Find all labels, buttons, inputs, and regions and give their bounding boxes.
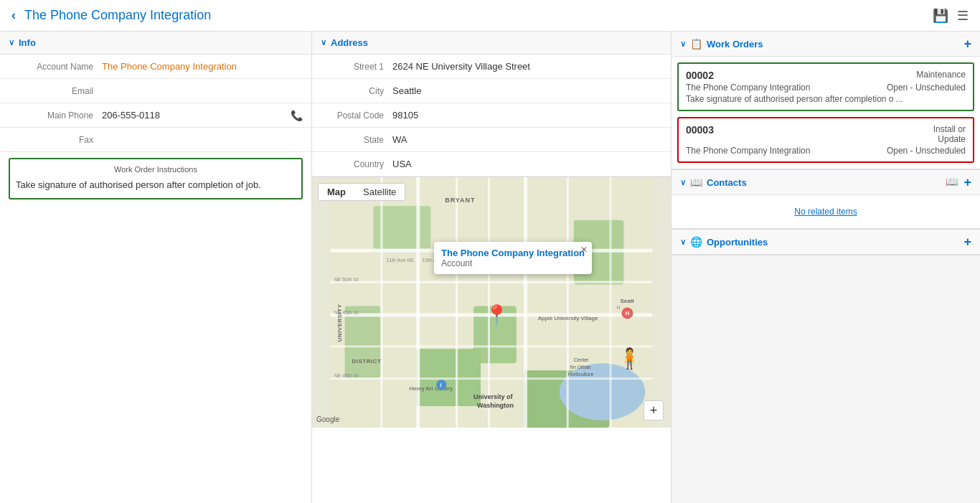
- map-zoom-in-button[interactable]: +: [644, 400, 664, 420]
- work-orders-add-button[interactable]: +: [963, 37, 971, 50]
- map-pin: 📍: [484, 304, 509, 327]
- address-chevron[interactable]: ∨: [321, 38, 326, 47]
- postal-code-label: Postal Code: [321, 111, 392, 121]
- google-logo: Google: [316, 415, 339, 423]
- map-tabs: Map Satellite: [318, 183, 405, 201]
- opportunities-chevron[interactable]: ∨: [680, 238, 686, 247]
- map-container: BRYANT UNIVERSITY DISTRICT 11th Ave NE 1…: [312, 177, 671, 428]
- contacts-section-header: ∨ 📖 Contacts 📖 +: [672, 170, 980, 195]
- menu-icon[interactable]: ☰: [957, 8, 969, 24]
- map-person-icon: 🧍: [617, 347, 642, 370]
- country-row: Country USA: [312, 152, 671, 177]
- account-name-label: Account Name: [9, 62, 102, 72]
- left-panel: ∨ Info Account Name The Phone Company In…: [0, 32, 312, 503]
- right-panel: ∨ 📋 Work Orders + 00002 Maintenance The …: [672, 32, 980, 503]
- map-background: BRYANT UNIVERSITY DISTRICT 11th Ave NE 1…: [312, 177, 671, 428]
- street1-label: Street 1: [321, 62, 392, 72]
- opportunities-actions: +: [963, 235, 971, 248]
- wo1-status: Open - Unscheduled: [887, 83, 966, 93]
- svg-rect-18: [567, 177, 569, 428]
- wo1-type: Maintenance: [916, 70, 966, 80]
- map-popup-title: The Phone Company Integration: [441, 248, 585, 258]
- wo1-row: The Phone Company Integration Open - Uns…: [686, 83, 966, 93]
- svg-rect-13: [380, 177, 382, 428]
- svg-text:11th Ave NE: 11th Ave NE: [386, 258, 414, 263]
- wo2-row: The Phone Company Integration Open - Uns…: [686, 146, 966, 156]
- back-button[interactable]: ‹: [11, 8, 16, 23]
- opportunities-section-header: ∨ 🌐 Opportunities +: [672, 230, 980, 255]
- info-section-label: Info: [19, 37, 36, 48]
- contacts-no-items[interactable]: No related items: [672, 195, 980, 228]
- svg-rect-16: [488, 177, 490, 428]
- contacts-add-button[interactable]: +: [963, 176, 971, 189]
- contacts-section: ∨ 📖 Contacts 📖 + No related items: [672, 170, 980, 229]
- map-popup: ✕ The Phone Company Integration Account: [434, 242, 592, 274]
- postal-code-value: 98105: [392, 110, 418, 121]
- contacts-book-icon[interactable]: 📖: [946, 176, 958, 189]
- country-label: Country: [321, 159, 392, 169]
- state-value: WA: [392, 134, 407, 145]
- street1-value: 2624 NE University Village Street: [392, 61, 530, 72]
- account-name-value: The Phone Company Integration: [102, 61, 303, 72]
- wo2-status: Open - Unscheduled: [887, 146, 966, 156]
- svg-text:UNIVERSITY: UNIVERSITY: [336, 304, 343, 342]
- contacts-actions: 📖 +: [946, 176, 971, 189]
- main-content: ∨ Info Account Name The Phone Company In…: [0, 32, 980, 503]
- svg-text:NE 50th St: NE 50th St: [334, 277, 359, 282]
- wo2-number: 00003: [686, 124, 714, 136]
- city-value: Seattle: [392, 85, 421, 96]
- work-order-instructions-box: Work Order Instructions Take signature o…: [9, 158, 303, 199]
- fax-row: Fax: [0, 128, 311, 152]
- svg-rect-9: [331, 281, 653, 283]
- contacts-list-icon: 📖: [690, 177, 702, 188]
- svg-text:H: H: [625, 310, 629, 316]
- contacts-chevron[interactable]: ∨: [680, 178, 686, 187]
- opportunities-add-button[interactable]: +: [963, 235, 971, 248]
- svg-text:NE 45th St: NE 45th St: [334, 310, 359, 315]
- wo2-company: The Phone Company Integration: [686, 146, 810, 156]
- top-bar-left: ‹ The Phone Company Integration: [11, 8, 211, 23]
- work-orders-chevron[interactable]: ∨: [680, 39, 686, 49]
- work-orders-section-header: ∨ 📋 Work Orders +: [672, 32, 980, 57]
- main-phone-label: Main Phone: [9, 111, 102, 121]
- map-popup-sub: Account: [441, 258, 585, 268]
- work-order-card-1[interactable]: 00002 Maintenance The Phone Company Inte…: [677, 62, 974, 111]
- top-bar-right: 💾 ☰: [933, 8, 969, 24]
- work-order-card-2[interactable]: 00003 Install or Update The Phone Compan…: [677, 117, 974, 163]
- address-section-label: Address: [331, 37, 368, 48]
- work-orders-actions: +: [963, 37, 971, 50]
- wo1-number: 00002: [686, 70, 714, 81]
- page-title: The Phone Company Integration: [24, 8, 211, 23]
- svg-rect-15: [456, 177, 458, 428]
- street1-row: Street 1 2624 NE University Village Stre…: [312, 55, 671, 79]
- svg-text:Seatt: Seatt: [620, 298, 634, 304]
- svg-rect-17: [524, 177, 527, 428]
- svg-text:Center: Center: [574, 357, 590, 362]
- svg-text:i: i: [440, 382, 441, 388]
- contacts-section-label: Contacts: [707, 177, 747, 188]
- svg-text:BRYANT: BRYANT: [445, 197, 475, 204]
- save-icon[interactable]: 💾: [933, 8, 948, 24]
- work-orders-section-label: Work Orders: [707, 39, 763, 50]
- opportunities-section: ∨ 🌐 Opportunities +: [672, 230, 980, 255]
- wo2-type: Install or Update: [933, 124, 966, 144]
- email-row: Email: [0, 79, 311, 103]
- wo2-header: 00003 Install or Update: [686, 124, 966, 144]
- map-tab-map[interactable]: Map: [319, 184, 354, 200]
- opportunities-globe-icon: 🌐: [690, 236, 702, 248]
- wo1-desc: Take signature of authorised person afte…: [686, 94, 966, 104]
- svg-text:Washington: Washington: [477, 402, 514, 409]
- svg-text:for Urban: for Urban: [570, 365, 591, 370]
- svg-rect-5: [416, 349, 481, 406]
- svg-text:University of: University of: [473, 393, 512, 400]
- map-svg: BRYANT UNIVERSITY DISTRICT 11th Ave NE 1…: [312, 177, 671, 428]
- wo1-company: The Phone Company Integration: [686, 83, 810, 93]
- map-popup-close[interactable]: ✕: [580, 245, 588, 255]
- phone-call-icon[interactable]: 📞: [291, 110, 303, 121]
- info-chevron[interactable]: ∨: [9, 38, 14, 47]
- instructions-text: Take signature of authorised person afte…: [16, 178, 296, 192]
- map-tab-satellite[interactable]: Satellite: [354, 184, 405, 200]
- svg-rect-4: [345, 306, 381, 377]
- svg-text:Horticulture: Horticulture: [568, 372, 594, 377]
- state-row: State WA: [312, 128, 671, 152]
